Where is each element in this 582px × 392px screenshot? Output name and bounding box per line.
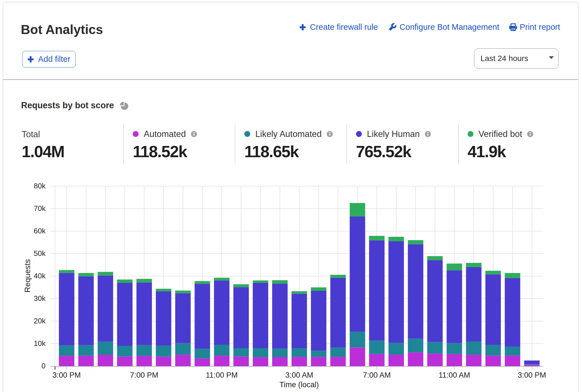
svg-text:Requests: Requests: [23, 259, 32, 292]
svg-text:7:00 PM: 7:00 PM: [130, 371, 159, 379]
svg-text:10k: 10k: [34, 339, 46, 348]
svg-text:3:00 PM: 3:00 PM: [53, 371, 81, 379]
svg-text:0: 0: [42, 362, 46, 370]
svg-text:20k: 20k: [34, 317, 46, 325]
svg-text:11:00 AM: 11:00 AM: [439, 371, 470, 379]
svg-text:11:00 PM: 11:00 PM: [206, 371, 238, 379]
svg-text:50k: 50k: [34, 249, 46, 258]
svg-text:7:00 AM: 7:00 AM: [363, 371, 391, 379]
svg-text:60k: 60k: [34, 227, 46, 235]
svg-text:3:00 AM: 3:00 AM: [285, 371, 313, 379]
svg-text:80k: 80k: [34, 182, 46, 190]
svg-text:40k: 40k: [34, 272, 46, 280]
svg-text:70k: 70k: [34, 204, 46, 213]
svg-text:3:00 PM: 3:00 PM: [518, 371, 546, 379]
svg-text:Time (local): Time (local): [279, 380, 319, 389]
svg-text:30k: 30k: [34, 294, 46, 303]
